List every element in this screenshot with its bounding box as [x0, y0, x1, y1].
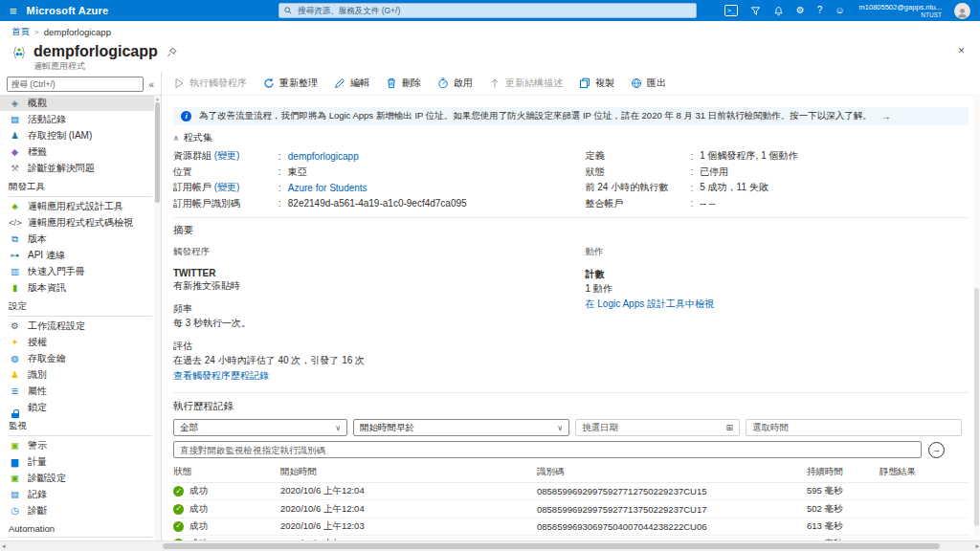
scroll-left-icon[interactable]: ◂	[2, 542, 6, 550]
banner-arrow-icon[interactable]: →	[881, 111, 891, 121]
sidebar-item-activity-log[interactable]: ▤活動記錄	[0, 111, 161, 127]
hamburger-menu-icon[interactable]: ≡	[10, 5, 17, 17]
enable-button[interactable]: 啟用	[437, 77, 473, 90]
run-row[interactable]: ✓成功2020/10/6 上午12:0408585996929975927713…	[173, 500, 969, 518]
sidebar-item-workflow-settings[interactable]: ⚙工作流程設定	[0, 318, 161, 334]
help-icon[interactable]: ?	[817, 6, 823, 15]
refresh-icon	[263, 77, 275, 89]
essentials-left: 資源群組 (變更):dempforlogicapp位置:東亞訂用帳戶 (變更):…	[173, 148, 557, 211]
sidebar-item-code-view[interactable]: </>邏輯應用程式程式碼檢視	[0, 214, 161, 231]
status-filter-dropdown[interactable]: 全部 ∨	[173, 419, 347, 436]
essentials-value: 82e2149d-a561-4a19-a1c0-9ecf4d7ca095	[288, 198, 467, 209]
change-link[interactable]: (變更)	[214, 182, 240, 192]
start-time-filter-dropdown[interactable]: 開始時間早於 ∨	[353, 419, 569, 436]
refresh-button[interactable]: 重新整理	[263, 77, 318, 90]
run-status-text: 成功	[189, 520, 208, 533]
pin-icon[interactable]	[167, 47, 177, 57]
sidebar-item-locks[interactable]: 鎖定	[0, 399, 161, 415]
sidebar-item-label: 記錄	[28, 488, 47, 501]
sidebar-item-authorization[interactable]: ✦授權	[0, 334, 161, 350]
designer-link[interactable]: 在 Logic Apps 設計工具中檢視	[586, 298, 969, 311]
global-search-input[interactable]	[296, 5, 691, 16]
edit-button[interactable]: 編輯	[334, 77, 369, 90]
page-header: dempforlogicapp 邏輯應用程式 ×	[0, 39, 980, 72]
sidebar-item-designer[interactable]: ♣邏輯應用程式設計工具	[0, 198, 161, 214]
close-icon[interactable]: ×	[958, 45, 965, 56]
date-picker[interactable]: 挑選日期 ⊞	[575, 419, 740, 436]
brand-title[interactable]: Microsoft Azure	[27, 5, 109, 16]
run-id-search-input[interactable]	[173, 441, 922, 458]
sidebar-item-alerts[interactable]: ▣警示	[0, 437, 161, 453]
trigger-section-label: 觸發程序	[173, 246, 557, 258]
sidebar-item-label: 邏輯應用程式設計工具	[28, 200, 123, 213]
toolbar-label: 編輯	[350, 77, 369, 90]
essentials-label: 訂用帳戶識別碼	[173, 197, 278, 210]
essentials-value: 東亞	[288, 165, 307, 179]
essentials-right: 定義:1 個觸發程序, 1 個動作狀態:已停用前 24 小時的執行數:5 成功，…	[586, 148, 969, 211]
notice-banner[interactable]: i 為了改善流量流程，我們即將為 Logic Apps 新增輸出 IP 位址。如…	[173, 107, 969, 125]
collapse-sidebar-icon[interactable]: «	[148, 79, 154, 90]
global-search[interactable]	[278, 3, 697, 18]
directory-filter-icon[interactable]	[750, 6, 761, 16]
toolbar-label: 刪除	[402, 77, 421, 90]
sidebar-item-overview[interactable]: ◈概觀	[0, 95, 161, 111]
essentials-colon: :	[278, 198, 281, 209]
avatar[interactable]	[954, 3, 970, 19]
run-duration: 595 毫秒	[807, 485, 880, 497]
essentials-colon: :	[691, 151, 694, 162]
sidebar-item-release-notes[interactable]: ▮版本資訊	[0, 279, 161, 296]
feedback-smiley-icon[interactable]: ☺	[835, 6, 844, 15]
run-id-go-button[interactable]: →	[928, 442, 945, 458]
horizontal-scroll-thumb[interactable]	[163, 543, 940, 549]
sidebar-item-quickstart-guides[interactable]: ▥快速入門手冊	[0, 263, 161, 279]
horizontal-scrollbar[interactable]: ◂ ▸	[0, 540, 980, 551]
change-link[interactable]: (變更)	[214, 150, 240, 161]
topbar-icons: >_ ⚙ ? ☺ m10805502@gapps.ntu... NTUST	[724, 3, 970, 19]
scroll-right-icon[interactable]: ▸	[975, 542, 979, 550]
notifications-bell-icon[interactable]	[773, 6, 784, 16]
sidebar-item-properties[interactable]: ≣屬性	[0, 383, 161, 399]
sidebar-item-logs[interactable]: ▤記錄	[0, 486, 161, 502]
run-row[interactable]: ✓成功2020/10/6 上午12:0308585996930697504007…	[173, 518, 969, 536]
trigger-name: TWITTER	[173, 268, 557, 278]
run-history-table: 狀態開始時間識別碼持續時間靜態結果 ✓成功2020/10/6 上午12:0408…	[173, 466, 969, 551]
breadcrumb-home[interactable]: 首頁	[11, 26, 30, 38]
sidebar-item-access-keys[interactable]: ◍存取金鑰	[0, 350, 161, 366]
clone-button[interactable]: 複製	[579, 77, 614, 90]
sidebar-item-access-control[interactable]: ♟存取控制 (IAM)	[0, 127, 161, 143]
essentials-value[interactable]: dempforlogicapp	[288, 151, 359, 162]
account-info[interactable]: m10805502@gapps.ntu... NTUST	[859, 3, 942, 19]
calendar-icon[interactable]: ⊞	[725, 423, 733, 432]
sidebar-scroll-thumb[interactable]	[155, 102, 160, 203]
sidebar-search-input[interactable]	[7, 77, 144, 92]
sidebar-item-versions[interactable]: ⧉版本	[0, 231, 161, 247]
workflow-settings-icon: ⚙	[9, 320, 21, 332]
cloud-shell-icon[interactable]: >_	[724, 5, 738, 16]
sidebar-item-api-connections[interactable]: ⊶API 連線	[0, 247, 161, 263]
trigger-evaluation-label: 評估	[173, 340, 557, 353]
column-header-0: 狀態	[173, 466, 280, 478]
sidebar-search: «	[0, 72, 161, 95]
sidebar-item-label: 存取金鑰	[28, 352, 66, 365]
scroll-up-icon[interactable]: ▴	[156, 96, 159, 101]
essentials-toggle[interactable]: ∧ 程式集	[173, 131, 969, 144]
sidebar-item-label: 授權	[28, 336, 47, 349]
delete-button[interactable]: 刪除	[386, 77, 421, 90]
trigger-history-link[interactable]: 查看觸發程序歷程記錄	[173, 369, 557, 383]
export-button[interactable]: 匯出	[631, 77, 666, 90]
sidebar-item-metrics[interactable]: ▆計量	[0, 453, 161, 470]
page-title: dempforlogicapp	[33, 43, 158, 60]
sidebar-item-tags[interactable]: ◆標籤	[0, 143, 161, 160]
sidebar-section-label: 開發工具	[9, 181, 152, 197]
essentials-value[interactable]: Azure for Students	[288, 183, 368, 193]
sidebar-item-diagnose-solve[interactable]: ⚒診斷並解決問題	[0, 160, 161, 176]
run-row[interactable]: ✓成功2020/10/6 上午12:0408585996929975927712…	[173, 483, 969, 500]
time-picker[interactable]: 選取時間	[746, 419, 962, 436]
settings-gear-icon[interactable]: ⚙	[796, 6, 805, 15]
sidebar-item-identity[interactable]: ♟識別	[0, 366, 161, 383]
sidebar-item-diagnostic-settings[interactable]: ▣診斷設定	[0, 470, 161, 486]
content-scrollbar[interactable]	[973, 95, 980, 551]
sidebar-scrollbar[interactable]: ▴	[154, 96, 161, 542]
content-scroll-thumb[interactable]	[974, 288, 979, 527]
sidebar-item-diagnostics[interactable]: ◷診斷	[0, 502, 161, 518]
